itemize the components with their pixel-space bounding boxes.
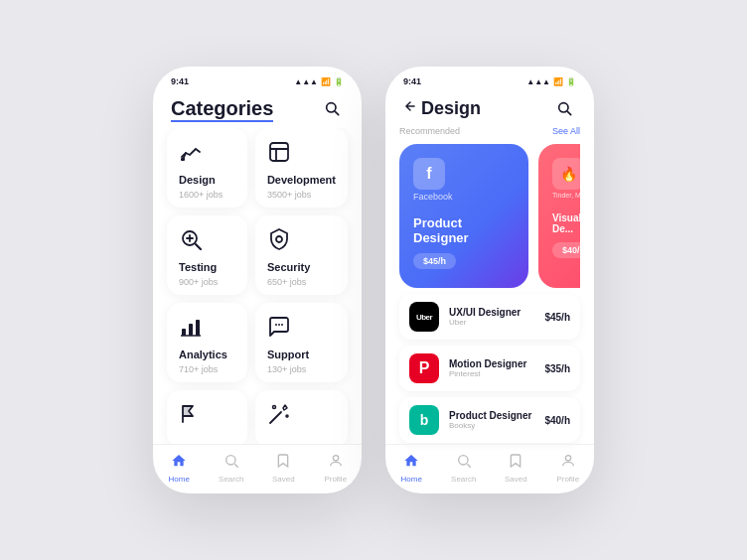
development-name: Development — [267, 174, 336, 186]
category-extra2[interactable] — [255, 390, 348, 444]
testing-name: Testing — [179, 261, 235, 273]
nav-profile-label-left: Profile — [324, 475, 347, 484]
booksy-logo: b — [409, 405, 439, 435]
nav-saved-label-left: Saved — [272, 475, 295, 484]
facebook-job-title: Product Designer — [413, 215, 515, 245]
search-nav-icon-right — [456, 453, 472, 473]
nav-home-label-right: Home — [401, 475, 422, 484]
search-nav-icon-left — [224, 453, 239, 473]
search-button-right[interactable] — [552, 96, 576, 120]
svg-line-27 — [467, 464, 470, 467]
status-bar-right: 9:41 ▲▲▲ 📶 🔋 — [385, 67, 594, 90]
nav-saved-right[interactable]: Saved — [490, 453, 542, 484]
category-support[interactable]: Support 130+ jobs — [255, 303, 348, 382]
svg-point-16 — [278, 324, 280, 326]
svg-point-28 — [565, 456, 570, 461]
nav-home-label-left: Home — [169, 475, 190, 484]
svg-point-20 — [286, 415, 288, 417]
nav-search-right[interactable]: Search — [438, 453, 491, 484]
security-name: Security — [267, 261, 336, 273]
svg-point-24 — [559, 103, 568, 112]
svg-point-23 — [333, 456, 338, 461]
nav-profile-right[interactable]: Profile — [542, 453, 595, 484]
svg-line-22 — [234, 464, 237, 467]
job-item-booksy[interactable]: b Product Designer Booksy $40/h — [399, 397, 580, 443]
job-item-pinterest[interactable]: P Motion Designer Pinterest $35/h — [399, 346, 580, 391]
tinder-job-title: Visual De... — [552, 212, 580, 234]
facebook-app-name: Facebook — [413, 192, 515, 202]
pinterest-logo: P — [409, 353, 439, 383]
profile-nav-icon-right — [560, 453, 576, 473]
category-analytics[interactable]: Analytics 710+ jobs — [167, 303, 247, 382]
status-icons-right: ▲▲▲ 📶 🔋 — [526, 77, 576, 86]
design-title: Design — [421, 98, 481, 119]
booksy-job-title: Product Designer — [449, 410, 534, 421]
pinterest-job-title: Motion Designer — [449, 358, 534, 369]
tinder-rate: $40/h — [552, 242, 580, 258]
design-jobs: 1600+ jobs — [179, 190, 235, 200]
development-jobs: 3500+ jobs — [267, 190, 336, 200]
booksy-rate: $40/h — [544, 415, 570, 426]
category-security[interactable]: Security 650+ jobs — [255, 215, 348, 295]
pinterest-company: Pinterest — [449, 369, 534, 378]
uber-company: Uber — [449, 318, 534, 327]
svg-rect-11 — [182, 329, 186, 336]
facebook-logo: f — [413, 158, 445, 190]
booksy-company: Booksy — [449, 421, 534, 430]
nav-search-left[interactable]: Search — [206, 453, 258, 484]
design-icon — [179, 140, 235, 168]
nav-home-right[interactable]: Home — [385, 453, 438, 484]
nav-profile-left[interactable]: Profile — [310, 453, 363, 484]
flag-icon — [179, 402, 235, 430]
categories-header: Categories — [153, 90, 362, 128]
home-icon-right — [403, 453, 419, 473]
svg-point-21 — [225, 456, 234, 465]
svg-rect-3 — [270, 143, 288, 161]
nav-profile-label-right: Profile — [556, 475, 579, 484]
testing-icon — [179, 227, 235, 255]
svg-line-7 — [196, 244, 201, 249]
support-icon — [267, 315, 336, 343]
saved-nav-icon-right — [508, 453, 523, 473]
bottom-nav-left: Home Search Saved Profile — [153, 444, 362, 493]
design-phone: 9:41 ▲▲▲ 📶 🔋 Design — [385, 67, 594, 493]
nav-home-left[interactable]: Home — [153, 453, 206, 484]
security-jobs: 650+ jobs — [267, 277, 336, 287]
tinder-logo: 🔥 — [552, 158, 580, 190]
categories-phone: 9:41 ▲▲▲ 📶 🔋 Categories — [153, 67, 362, 493]
svg-rect-13 — [196, 320, 200, 336]
back-arrow-icon[interactable] — [403, 99, 417, 117]
back-title: Design — [403, 98, 481, 119]
analytics-jobs: 710+ jobs — [179, 364, 235, 374]
svg-point-26 — [458, 456, 467, 465]
category-extra1[interactable] — [167, 390, 247, 444]
svg-rect-12 — [189, 324, 193, 336]
recommended-label: Recommended — [399, 126, 460, 136]
svg-point-0 — [327, 103, 336, 112]
search-button-left[interactable] — [320, 96, 344, 120]
categories-title: Categories — [171, 97, 273, 120]
see-all-button[interactable]: See All — [552, 126, 580, 136]
time-left: 9:41 — [171, 76, 189, 86]
recommended-header: Recommended See All — [399, 126, 580, 136]
svg-point-10 — [276, 236, 282, 242]
category-testing[interactable]: Testing 900+ jobs — [167, 215, 247, 295]
uber-job-info: UX/UI Designer Uber — [449, 307, 534, 327]
saved-nav-icon-left — [275, 453, 291, 473]
nav-saved-left[interactable]: Saved — [257, 453, 310, 484]
time-right: 9:41 — [403, 76, 421, 86]
category-design[interactable]: Design 1600+ jobs — [167, 128, 247, 208]
analytics-name: Analytics — [179, 349, 235, 360]
featured-card-facebook[interactable]: f Facebook Product Designer $45/h — [399, 144, 528, 288]
job-item-uber[interactable]: Uber UX/UI Designer Uber $45/h — [399, 294, 580, 340]
nav-search-label-right: Search — [451, 475, 476, 484]
categories-grid: Design 1600+ jobs Development 3500+ jobs — [153, 128, 362, 444]
recommended-section: Recommended See All f Facebook Product D… — [385, 126, 594, 294]
category-development[interactable]: Development 3500+ jobs — [255, 128, 348, 208]
featured-card-tinder[interactable]: 🔥 Tinder, Matc... Visual De... $40/h — [538, 144, 580, 288]
nav-saved-label-right: Saved — [505, 475, 527, 484]
security-icon — [267, 227, 336, 255]
jobs-list: Uber UX/UI Designer Uber $45/h P Motion … — [385, 294, 594, 444]
svg-point-17 — [281, 324, 283, 326]
facebook-rate: $45/h — [413, 253, 456, 269]
